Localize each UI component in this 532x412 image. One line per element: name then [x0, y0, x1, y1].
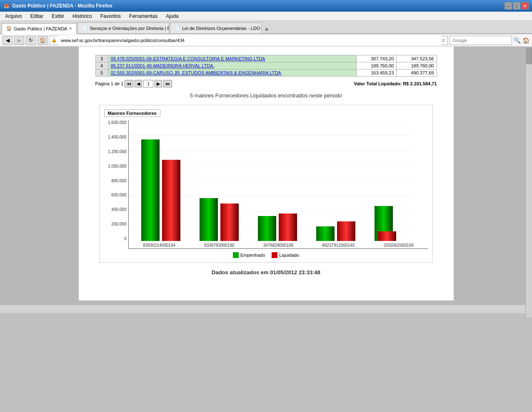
legend-liquidado-box [272, 252, 277, 258]
tab-close-0[interactable]: ✕ [69, 26, 72, 31]
scrollbar[interactable] [525, 47, 532, 313]
tab-bar: 🏠 Gasto Público | FAZENDA ✕ 📄 Serviços e… [0, 21, 532, 34]
supplier-link-2[interactable]: 02.550.302/0001-69-CARUSO JR. ESTUDOS AM… [111, 70, 281, 75]
footer-nav-analise[interactable]: ANÁLISE GRÁFICA [290, 312, 317, 313]
row-num: 3 [95, 55, 108, 62]
supplier-link-0[interactable]: 09.478.025/0001-09-ESTRATEGIA E CONSULTO… [111, 56, 265, 61]
window-title: Gasto Público | FAZENDA - Mozilla Firefo… [12, 3, 112, 9]
supplier-link-1[interactable]: 89.237.911/0001-40-MADEIREIRA HERVAL LTD… [111, 63, 215, 68]
total-value: Valor Total Liquidado: R$ 2.101.584,71 [354, 81, 437, 86]
x-label-3: 89237911000140 [322, 243, 355, 248]
address-bar: ◀ ▶ ↻ 🏠 🔒 ☆ 🔍 🏠 [0, 34, 532, 47]
home-page-button[interactable]: 🏠 [522, 37, 530, 44]
refresh-button[interactable]: ↻ [26, 36, 36, 45]
tab-1[interactable]: 📄 Serviços e Orientações por Diretoria |… [77, 22, 169, 33]
next-page-btn[interactable]: ▶ [155, 80, 162, 87]
menu-ajuda[interactable]: Ajuda [162, 12, 182, 20]
title-bar-controls[interactable]: — □ ✕ [505, 2, 529, 10]
value-liquidado-0: 347.523,56 [397, 55, 437, 62]
x-label-0: 83930214000194 [143, 243, 175, 248]
x-axis-labels: 83930214000194 8336783000190 34768280001… [129, 242, 428, 248]
page-content: 3 09.478.025/0001-09-ESTRATEGIA E CONSUL… [79, 47, 454, 300]
menu-ferramentas[interactable]: Ferramentas [126, 12, 161, 20]
search-input[interactable] [450, 36, 512, 45]
footer-nav-sobre[interactable]: SOBRE O PORTAL [160, 312, 189, 313]
tab-label-2: Lei de Diretrizes Orçamentárias - LDO | … [182, 26, 262, 31]
value-empenhado-0: 307.743,20 [357, 55, 397, 62]
back-button[interactable]: ◀ [2, 36, 12, 45]
bar-liquidado-1 [220, 204, 239, 241]
bar-liquidado-3 [337, 221, 355, 241]
row-num: 4 [95, 62, 108, 69]
supplier-name[interactable]: 09.478.025/0001-09-ESTRATEGIA E CONSULTO… [108, 55, 357, 62]
tab-0[interactable]: 🏠 Gasto Público | FAZENDA ✕ [2, 23, 77, 34]
legend-empenhado-label: Empenhado [240, 253, 265, 258]
bar-empenhado-2 [258, 216, 276, 241]
menu-exibir[interactable]: Exibir [48, 12, 67, 20]
tab-icon-2: 📄 [175, 25, 180, 31]
data-updated: Dados atualizados em 01/05/2012 23:33:48 [95, 269, 437, 275]
bar-empenhado-1 [200, 198, 218, 241]
tab-icon-0: 🏠 [6, 26, 12, 31]
row-num: 5 [95, 69, 108, 77]
table-row: 3 09.478.025/0001-09-ESTRATEGIA E CONSUL… [95, 55, 437, 62]
search-button[interactable]: 🔍 [514, 37, 521, 44]
menu-editar[interactable]: Editar [27, 12, 47, 20]
menu-historico[interactable]: Histórico [69, 12, 95, 20]
chart-title: 5 maiores Fornecedores Liquidados encont… [95, 92, 437, 99]
bar-empenhado-3 [316, 226, 335, 241]
footer-nav-gestao[interactable]: GESTÃO FISCAL [333, 312, 358, 313]
x-label-2: 3476828000109 [263, 243, 293, 248]
home-button[interactable]: 🏠 [37, 36, 47, 45]
tab-icon-1: 📄 [82, 25, 88, 31]
supplier-name[interactable]: 02.550.302/0001-69-CARUSO JR. ESTUDOS AM… [108, 69, 357, 77]
title-bar-left: 🦊 Gasto Público | FAZENDA - Mozilla Fire… [3, 3, 112, 9]
value-empenhado-1: 189.760,00 [357, 62, 397, 69]
chart-legend: Empenhado Liquidado [104, 252, 428, 258]
chart-svg [129, 120, 412, 241]
tab-label-0: Gasto Público | FAZENDA [14, 26, 67, 31]
value-liquidado-2: 490.377,69 [397, 69, 437, 77]
table-row: 5 02.550.302/0001-69-CARUSO JR. ESTUDOS … [95, 69, 437, 77]
prev-page-btn[interactable]: ◀ [135, 80, 142, 87]
chart-legend-title: Maiores Fornecedores [104, 109, 160, 117]
chart-container: Maiores Fornecedores 1.600.000 1.400.000… [100, 105, 433, 263]
bar-empenhado-0 [141, 139, 160, 241]
bar-liquidado-0 [162, 160, 180, 241]
browser-icon: 🦊 [3, 3, 10, 9]
main-content: 3 09.478.025/0001-09-ESTRATEGIA E CONSUL… [0, 47, 532, 313]
footer-nav-receita[interactable]: RECEITA PÚBLICA [206, 312, 231, 313]
x-label-4: 2550302000169 [384, 243, 414, 248]
tab-2[interactable]: 📄 Lei de Diretrizes Orçamentárias - LDO … [170, 22, 262, 33]
pagination: Página 1 de 1 ⏮ ◀ ▶ ⏭ Valor Total Liquid… [95, 79, 437, 88]
maximize-btn[interactable]: □ [513, 2, 520, 10]
footer-nav-gasto[interactable]: GASTO PÚBLICO ∧ [248, 312, 274, 313]
legend-empenhado: Empenhado [233, 252, 265, 258]
scrollbar-thumb[interactable] [526, 47, 532, 64]
new-tab-button[interactable]: + [262, 25, 271, 33]
last-page-btn[interactable]: ⏭ [163, 80, 172, 87]
menu-favoritos[interactable]: Favoritos [97, 12, 124, 20]
footer-info: © 2012 - Secretaria de Estado da Fazenda… [17, 312, 144, 313]
supplier-name[interactable]: 89.237.911/0001-40-MADEIREIRA HERVAL LTD… [108, 62, 357, 69]
close-btn[interactable]: ✕ [521, 2, 529, 10]
menu-bar: Arquivo Editar Exibir Histórico Favorito… [0, 12, 532, 21]
page-number-input[interactable] [143, 80, 153, 87]
legend-liquidado: Liquidado [272, 252, 299, 258]
value-empenhado-2: 163.459,23 [357, 69, 397, 77]
forward-button[interactable]: ▶ [14, 36, 24, 45]
bar-liquidado-2 [279, 213, 297, 241]
bar-liquidado-4 [378, 231, 396, 241]
first-page-btn[interactable]: ⏮ [125, 80, 133, 87]
minimize-btn[interactable]: — [505, 2, 512, 10]
menu-arquivo[interactable]: Arquivo [2, 12, 25, 20]
lock-icon: 🔒 [51, 37, 57, 43]
y-axis-labels: 1.600.000 1.400.000 1.200.000 1.000.000 … [104, 120, 128, 241]
footer-nav: SOBRE O PORTAL RECEITA PÚBLICA GASTO PÚB… [160, 312, 515, 313]
suppliers-table: 3 09.478.025/0001-09-ESTRATEGIA E CONSUL… [95, 55, 437, 77]
url-input[interactable] [58, 36, 441, 45]
pagination-controls: Página 1 de 1 ⏮ ◀ ▶ ⏭ [95, 80, 172, 87]
tab-label-1: Serviços e Orientações por Diretoria | F… [90, 26, 169, 31]
legend-liquidado-label: Liquidado [279, 253, 299, 258]
star-icon[interactable]: ☆ [441, 37, 446, 43]
